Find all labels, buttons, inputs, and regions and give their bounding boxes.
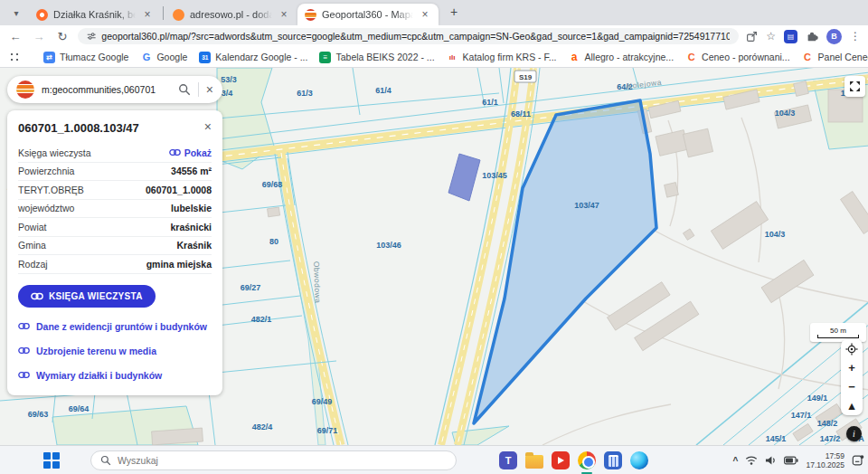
- back-icon[interactable]: ←: [7, 30, 24, 43]
- tab-title: adresowo.pl - dodawanie bezp: [190, 9, 272, 20]
- chrome-app-icon[interactable]: [576, 450, 598, 471]
- tray-caret-icon[interactable]: ^: [733, 456, 739, 466]
- parcel-label: 104/3: [775, 109, 796, 118]
- row-label: Powiat: [18, 222, 47, 232]
- browser-tab-2[interactable]: adresowo.pl - dodawanie bezp ×: [165, 4, 297, 25]
- bookmark-item[interactable]: ılıKatalog firm KRS - F...: [447, 52, 557, 63]
- edge-app-icon[interactable]: [628, 450, 650, 471]
- red-app-icon[interactable]: [550, 450, 571, 471]
- parcel-details-panel: 060701_1.0008.103/47 × Księga wieczysta …: [7, 110, 222, 395]
- bookmark-item[interactable]: 31Kalendarz Google - ...: [199, 52, 307, 63]
- map-controls: + − ▴: [841, 339, 863, 415]
- browser-tab-3-active[interactable]: Geoportal360 - Mapa Interakt ×: [297, 4, 439, 25]
- apps-grid-icon[interactable]: [9, 52, 20, 62]
- bookmark-favicon: ≡: [319, 52, 331, 63]
- row-label: Powierzchnia: [18, 166, 74, 176]
- geoportal-favicon: [305, 9, 316, 21]
- parcel-label: 3/4: [222, 89, 233, 98]
- battery-icon[interactable]: [784, 456, 798, 465]
- map-area: 53/3 3/4 61/3 61/4 61/1 68/11 64/2 104/3…: [0, 68, 868, 445]
- link-icon: [169, 148, 181, 156]
- tab-title: Geoportal360 - Mapa Interakt: [322, 9, 413, 20]
- bookmark-item[interactable]: CPanel Ceneo: [802, 52, 868, 63]
- bookmark-favicon: ⇄: [43, 52, 55, 63]
- bookmark-star-icon[interactable]: ☆: [766, 30, 776, 43]
- menu-kebab-icon[interactable]: ⋮: [850, 30, 861, 43]
- extensions-puzzle-icon[interactable]: [806, 30, 818, 43]
- parcel-label: 103/45: [482, 171, 507, 180]
- new-tab-button[interactable]: +: [444, 2, 464, 22]
- panel-link-ewidencja[interactable]: Dane z ewidencji gruntów i budynków: [18, 321, 212, 332]
- road-badge-s19: S19: [514, 71, 536, 82]
- speaker-icon[interactable]: [765, 455, 777, 466]
- tab-close-icon[interactable]: ×: [419, 8, 431, 21]
- url-text[interactable]: geoportal360.pl/map/?src=adwords&utm_sou…: [101, 31, 730, 42]
- map-search-input[interactable]: [42, 84, 171, 95]
- toolbar-right: ☆ ▤ B ⋮: [746, 29, 861, 44]
- system-tray: ^ 17:59 17.10.2025: [733, 446, 864, 474]
- info-button[interactable]: i: [846, 426, 862, 441]
- bookmark-item[interactable]: GGoogle: [140, 52, 187, 63]
- detail-row: GminaKraśnik: [18, 237, 212, 256]
- row-value: Pokaż: [184, 147, 212, 158]
- bookmark-item[interactable]: CCeneo - porównani...: [685, 52, 789, 63]
- row-label: województwo: [18, 203, 74, 213]
- wifi-icon[interactable]: [745, 455, 758, 466]
- bookmark-label: Panel Ceneo: [818, 52, 868, 62]
- row-label: Księga wieczysta: [18, 147, 91, 158]
- tab-close-icon[interactable]: ×: [141, 8, 154, 21]
- windows-taskbar: T ^ 17:59 17.10.2025: [0, 445, 868, 474]
- bookmark-item[interactable]: ≡Tabela BEIKS 2022 - ...: [319, 52, 434, 63]
- bookmark-label: Tłumacz Google: [60, 52, 128, 62]
- tab-separator: [163, 6, 164, 20]
- link-icon: [31, 292, 43, 300]
- calculator-app-icon[interactable]: [602, 450, 624, 471]
- bookmark-item[interactable]: aAllegro - atrakcyjne...: [568, 52, 674, 63]
- search-icon[interactable]: [178, 83, 191, 96]
- row-value: 060701_1.0008: [146, 185, 212, 195]
- taskbar-apps: T: [497, 450, 650, 471]
- taskbar-search-input[interactable]: [118, 455, 447, 466]
- zoom-out-button[interactable]: −: [841, 377, 863, 396]
- teams-app-icon[interactable]: T: [497, 450, 519, 471]
- parcel-label: 53/3: [221, 75, 237, 84]
- reload-icon[interactable]: ↻: [54, 30, 71, 43]
- link-label: Uzbrojenie terenu w media: [36, 346, 156, 356]
- file-explorer-icon[interactable]: [524, 450, 545, 471]
- zoom-in-button[interactable]: +: [841, 358, 863, 377]
- panel-link-uzbrojenie[interactable]: Uzbrojenie terenu w media: [18, 346, 212, 356]
- notification-icon[interactable]: [852, 454, 864, 467]
- address-bar[interactable]: geoportal360.pl/map/?src=adwords&utm_sou…: [78, 28, 739, 44]
- row-label: Gmina: [18, 240, 46, 251]
- parcel-label: 145/1: [766, 434, 787, 443]
- site-controls-icon[interactable]: [87, 31, 96, 42]
- browser-tab-1[interactable]: Działka Kraśnik, bez pośrednik ×: [29, 4, 161, 25]
- bookmark-item[interactable]: ⇄Tłumacz Google: [43, 52, 128, 63]
- street-label-obwodowa: Obwodowa: [312, 261, 323, 304]
- panel-link-wymiary[interactable]: Wymiary działki i budynków: [18, 370, 212, 381]
- pokaz-link[interactable]: Pokaż: [169, 147, 212, 158]
- blue-extension-icon[interactable]: ▤: [784, 30, 797, 43]
- forward-icon[interactable]: →: [31, 30, 47, 43]
- profile-avatar[interactable]: B: [826, 29, 842, 44]
- close-panel-icon[interactable]: ×: [204, 121, 212, 133]
- row-value: gmina miejska: [146, 259, 212, 270]
- fullscreen-icon: [848, 80, 862, 93]
- clear-search-icon[interactable]: ×: [206, 82, 213, 97]
- row-value: Kraśnik: [176, 240, 212, 251]
- parcel-label: 69/68: [262, 180, 283, 189]
- share-icon[interactable]: [746, 31, 758, 43]
- ksiega-wieczysta-button[interactable]: KSIĘGA WIECZYSTA: [18, 285, 156, 308]
- tab-close-icon[interactable]: ×: [278, 8, 290, 21]
- locate-button[interactable]: [841, 339, 863, 358]
- browser-toolbar: ← → ↻ geoportal360.pl/map/?src=adwords&u…: [0, 25, 868, 47]
- pointer-tool-button[interactable]: ▴: [841, 396, 863, 415]
- fullscreen-button[interactable]: [844, 76, 865, 97]
- svg-text:S19: S19: [519, 73, 533, 81]
- detail-row: Księga wieczysta Pokaż: [18, 144, 212, 163]
- parcel-label: 69/63: [28, 410, 49, 419]
- start-button[interactable]: [43, 452, 60, 469]
- tray-clock[interactable]: 17:59 17.10.2025: [806, 451, 844, 469]
- taskbar-search[interactable]: [90, 450, 457, 470]
- tab-search-button[interactable]: ▾: [7, 4, 25, 22]
